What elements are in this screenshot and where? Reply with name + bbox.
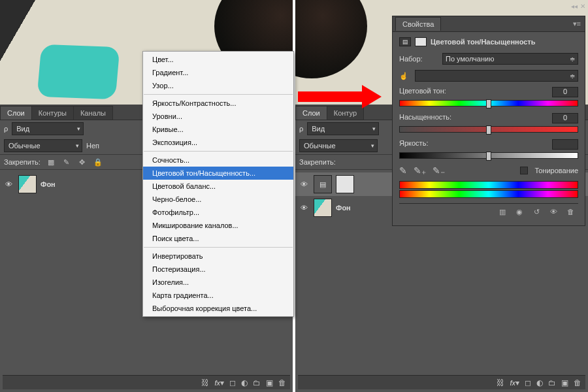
tab-layers[interactable]: Слои — [0, 106, 32, 120]
tab-paths[interactable]: Контуры — [31, 106, 74, 120]
layer-thumbnail[interactable] — [18, 175, 37, 193]
clip-to-layer-icon[interactable]: ▥ — [497, 208, 508, 216]
menu-levels[interactable]: Уровни... — [143, 110, 293, 123]
properties-header: Свойства ▾≡ — [393, 16, 585, 32]
new-layer-icon[interactable]: ▣ — [266, 378, 273, 387]
lock-paint-icon[interactable]: ✎ — [61, 158, 72, 167]
visibility-toggle-icon[interactable]: 👁 — [298, 204, 310, 212]
menu-color-balance[interactable]: Цветовой баланс... — [143, 180, 293, 193]
collapse-icon[interactable]: ◂◂ — [571, 3, 578, 10]
menu-black-white[interactable]: Черно-белое... — [143, 193, 293, 206]
channel-row: ☝ — [399, 70, 578, 82]
channel-dropdown[interactable] — [415, 70, 578, 82]
lock-position-icon[interactable]: ✥ — [77, 158, 88, 167]
hue-slider-block: Цветовой тон: 0 — [399, 87, 578, 106]
color-range-strips — [399, 181, 578, 198]
toggle-visibility-icon[interactable]: 👁 — [548, 208, 559, 216]
menu-curves[interactable]: Кривые... — [143, 123, 293, 136]
saturation-slider[interactable] — [399, 126, 578, 133]
saturation-value-input[interactable]: 0 — [552, 113, 578, 123]
eyedropper-icon[interactable]: ✎ — [399, 165, 407, 176]
link-layers-icon[interactable]: ⛓ — [201, 378, 209, 387]
filter-kind-dropdown[interactable]: Вид — [12, 122, 84, 135]
panel-corner-controls: ◂◂ ✕ — [571, 3, 585, 10]
layers-bottom-bar-left: ⛓ fx▾ ◻ ◐ 🗀 ▣ 🗑 — [3, 375, 290, 389]
lightness-slider[interactable] — [399, 152, 578, 159]
eyedropper-subtract-icon[interactable]: ✎₋ — [433, 165, 445, 176]
menu-gradient[interactable]: Градиент... — [143, 66, 293, 79]
lock-label: Закрепить: — [299, 158, 336, 166]
mask-mode-icon[interactable] — [415, 37, 427, 46]
menu-gradient-map[interactable]: Карта градиента... — [143, 289, 293, 302]
delete-adjustment-icon[interactable]: 🗑 — [565, 208, 576, 216]
mask-icon[interactable]: ◻ — [525, 378, 531, 387]
menu-brightness-contrast[interactable]: Яркость/Контрастность... — [143, 97, 293, 110]
saturation-slider-handle[interactable] — [486, 125, 491, 135]
blend-mode-dropdown[interactable]: Обычные — [4, 139, 82, 152]
tab-channels[interactable]: Каналы — [73, 106, 113, 120]
colorize-checkbox[interactable] — [520, 167, 528, 174]
lock-transparency-icon[interactable]: ▩ — [46, 158, 56, 167]
colorize-label: Тонирование — [534, 167, 578, 174]
hue-slider-handle[interactable] — [486, 99, 491, 108]
new-layer-icon[interactable]: ▣ — [561, 378, 568, 387]
lock-all-icon[interactable]: 🔒 — [93, 158, 103, 167]
blend-mode-dropdown[interactable]: Обычные — [299, 139, 378, 152]
menu-invert[interactable]: Инвертировать — [143, 250, 293, 263]
properties-tab[interactable]: Свойства — [395, 17, 441, 31]
layers-bottom-bar-right: ⛓ fx▾ ◻ ◐ 🗀 ▣ 🗑 — [298, 375, 585, 389]
targeted-adjust-icon[interactable]: ☝ — [399, 72, 411, 80]
lightness-label: Яркость: — [399, 139, 428, 150]
close-icon[interactable]: ✕ — [580, 3, 585, 10]
menu-solid-color[interactable]: Цвет... — [143, 53, 293, 66]
menu-channel-mixer[interactable]: Микширование каналов... — [143, 219, 293, 232]
panel-menu-icon[interactable]: ▾≡ — [569, 20, 585, 28]
menu-exposure[interactable]: Экспозиция... — [143, 136, 293, 149]
menu-photo-filter[interactable]: Фотофильтр... — [143, 206, 293, 219]
visibility-toggle-icon[interactable]: 👁 — [298, 180, 310, 188]
reset-icon[interactable]: ↺ — [531, 208, 542, 216]
lightness-slider-block: Яркость: — [399, 139, 578, 159]
saturation-label: Насыщенность: — [399, 113, 451, 123]
menu-selective-color[interactable]: Выборочная коррекция цвета... — [143, 302, 293, 315]
lightness-value-input[interactable] — [552, 139, 578, 150]
delete-layer-icon[interactable]: 🗑 — [574, 378, 581, 387]
menu-vibrance[interactable]: Сочность... — [143, 154, 293, 167]
hue-label: Цветовой тон: — [399, 87, 446, 97]
eyedropper-add-icon[interactable]: ✎₊ — [414, 165, 426, 176]
hue-slider[interactable] — [399, 100, 578, 106]
link-layers-icon[interactable]: ⛓ — [497, 378, 504, 387]
menu-posterize[interactable]: Постеризация... — [143, 263, 293, 276]
lightness-slider-handle[interactable] — [486, 152, 491, 161]
fx-icon[interactable]: fx▾ — [510, 378, 519, 387]
group-icon[interactable]: 🗀 — [548, 378, 556, 387]
layer-thumbnail[interactable] — [314, 199, 332, 217]
adjustment-type-icon: ▤ — [399, 37, 411, 46]
mask-icon[interactable]: ◻ — [229, 378, 236, 387]
menu-threshold[interactable]: Изогелия... — [143, 276, 293, 289]
view-previous-icon[interactable]: ◉ — [514, 208, 525, 216]
output-hue-strip[interactable] — [399, 190, 578, 198]
menu-separator — [144, 247, 293, 248]
filter-kind-icon: ρ — [299, 125, 303, 133]
menu-color-lookup[interactable]: Поиск цвета... — [143, 232, 293, 245]
menu-pattern[interactable]: Узор... — [143, 79, 293, 92]
input-hue-strip[interactable] — [399, 181, 578, 189]
menu-separator — [144, 94, 293, 95]
group-icon[interactable]: 🗀 — [253, 378, 261, 387]
mask-thumbnail[interactable] — [336, 175, 354, 193]
adjustment-layer-icon[interactable]: ◐ — [536, 378, 543, 387]
adjustment-thumbnail[interactable]: ▤ — [314, 175, 332, 193]
photo-subject — [295, 0, 367, 78]
adjustment-layer-icon[interactable]: ◐ — [241, 378, 248, 387]
fx-icon[interactable]: fx▾ — [214, 378, 224, 387]
visibility-toggle-icon[interactable]: 👁 — [3, 180, 14, 188]
preset-dropdown[interactable]: По умолчанию — [442, 53, 578, 65]
tab-paths[interactable]: Контур — [327, 106, 364, 120]
delete-layer-icon[interactable]: 🗑 — [278, 378, 286, 387]
filter-kind-dropdown[interactable]: Вид — [307, 122, 379, 135]
annotation-arrow — [298, 91, 363, 102]
tab-layers[interactable]: Слои — [295, 106, 327, 120]
hue-value-input[interactable]: 0 — [552, 87, 578, 97]
menu-hue-saturation[interactable]: Цветовой тон/Насыщенность... — [143, 167, 293, 180]
